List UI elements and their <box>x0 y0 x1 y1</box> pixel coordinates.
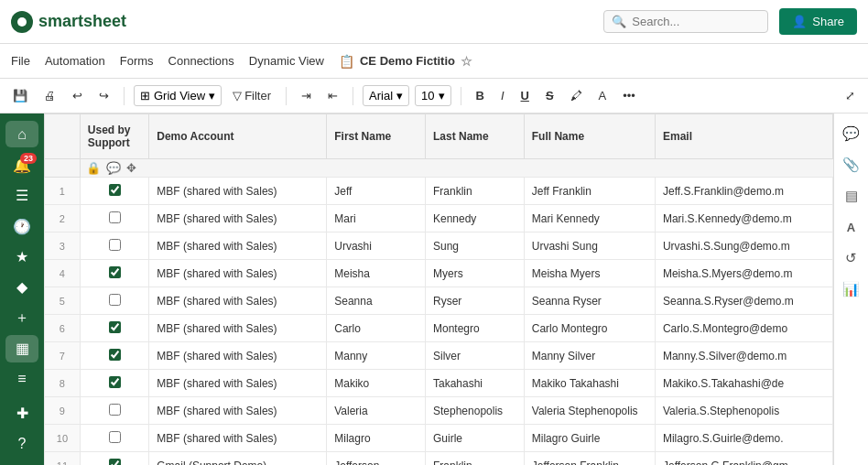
used-by-support-cell[interactable] <box>80 342 148 370</box>
row-number: 8 <box>45 370 81 397</box>
email-cell: Mari.S.Kennedy@demo.m <box>655 205 832 232</box>
indent-btn[interactable]: ⇥ <box>296 85 317 106</box>
sidebar-item-browse[interactable]: ☰ <box>5 182 38 209</box>
sidebar-item-recents[interactable]: 🕐 <box>5 212 38 239</box>
expand-btn[interactable]: ⤢ <box>840 85 861 106</box>
used-by-support-cell[interactable] <box>80 452 148 466</box>
used-by-support-cell[interactable] <box>80 425 148 452</box>
row-number: 2 <box>45 205 81 232</box>
sidebar-item-help[interactable]: ? <box>5 431 38 458</box>
right-sidebar-activity[interactable]: A <box>839 214 864 240</box>
last-name-cell: Stephenopolis <box>426 397 525 425</box>
used-by-support-cell[interactable] <box>80 232 148 260</box>
right-sidebar: 💬 📎 ▤ A ↺ 📊 <box>833 114 868 465</box>
email-cell: Urvashi.S.Sung@demo.m <box>655 232 832 260</box>
share-button[interactable]: 👤 Share <box>779 8 857 35</box>
undo-btn[interactable]: ↩ <box>67 85 88 106</box>
used-by-support-checkbox[interactable] <box>109 431 121 443</box>
email-cell: Seanna.S.Ryser@demo.m <box>655 287 832 315</box>
used-by-support-checkbox[interactable] <box>109 239 121 251</box>
used-by-support-checkbox[interactable] <box>109 321 121 333</box>
text-color-btn[interactable]: A <box>593 85 613 106</box>
full-name-cell: Seanna Ryser <box>524 287 655 315</box>
filter-btn[interactable]: ▽ Filter <box>227 85 277 106</box>
used-by-support-cell[interactable] <box>80 370 148 397</box>
first-name-cell: Manny <box>327 342 426 370</box>
highlight-btn[interactable]: 🖍 <box>565 85 588 106</box>
used-by-support-cell[interactable] <box>80 287 148 315</box>
sidebar-item-favorites[interactable]: ★ <box>5 243 38 270</box>
first-name-cell: Jeff <box>327 178 426 205</box>
right-sidebar-conversations[interactable]: 💬 <box>839 121 864 146</box>
used-by-support-checkbox[interactable] <box>109 266 121 278</box>
table-row: 4 MBF (shared with Sales) Meisha Myers M… <box>45 260 833 287</box>
used-by-support-checkbox[interactable] <box>109 376 121 388</box>
full-name-cell: Mari Kennedy <box>524 205 655 232</box>
menu-automation[interactable]: Automation <box>45 47 105 75</box>
used-by-support-cell[interactable] <box>80 260 148 287</box>
table-body: 1 MBF (shared with Sales) Jeff Franklin … <box>45 178 833 466</box>
redo-btn[interactable]: ↪ <box>93 85 114 106</box>
table-row: 5 MBF (shared with Sales) Seanna Ryser S… <box>45 287 833 315</box>
used-by-support-cell[interactable] <box>80 315 148 342</box>
first-name-cell: Milagro <box>327 425 426 452</box>
grid-view-select[interactable]: ⊞ Grid View ▾ <box>134 85 222 106</box>
email-cell: Carlo.S.Montegro@demo <box>655 315 832 342</box>
last-name-cell: Silver <box>426 342 525 370</box>
right-sidebar-attachments[interactable]: 📎 <box>839 152 864 178</box>
filter-icon: ▽ <box>233 89 242 103</box>
font-select[interactable]: Arial ▾ <box>363 85 409 106</box>
outdent-btn[interactable]: ⇤ <box>322 85 343 106</box>
underline-btn[interactable]: U <box>515 85 535 106</box>
bold-btn[interactable]: B <box>471 85 490 106</box>
table-row: 9 MBF (shared with Sales) Valeria Stephe… <box>45 397 833 425</box>
last-name-cell: Franklin <box>426 452 525 466</box>
favorite-star-icon[interactable]: ☆ <box>461 54 472 69</box>
sheet-title: CE Demo Fictitio <box>360 54 455 68</box>
main-area: ⌂ 🔔 23 ☰ 🕐 ★ ◆ ＋ ▦ ≡ ✚ ? Used by Support <box>0 114 868 465</box>
menu-connections[interactable]: Connections <box>168 47 234 75</box>
sidebar-item-reports[interactable]: ≡ <box>5 366 38 393</box>
used-by-support-checkbox[interactable] <box>109 349 121 361</box>
used-by-support-checkbox[interactable] <box>109 184 121 196</box>
demo-account-cell: MBF (shared with Sales) <box>149 287 327 315</box>
sidebar-item-add-more[interactable]: ✚ <box>5 400 38 427</box>
table-row: 7 MBF (shared with Sales) Manny Silver M… <box>45 342 833 370</box>
used-by-support-cell[interactable] <box>80 205 148 232</box>
row-num-col-header <box>45 114 81 159</box>
grid-view-icon: ⊞ <box>140 89 150 103</box>
right-sidebar-charts[interactable]: 📊 <box>839 276 864 302</box>
used-by-support-checkbox[interactable] <box>109 404 121 416</box>
more-btn[interactable]: ••• <box>617 85 641 106</box>
right-sidebar-history[interactable]: ↺ <box>839 245 864 271</box>
col-header-full-name: Full Name <box>524 114 655 159</box>
sidebar-item-add[interactable]: ＋ <box>5 305 38 331</box>
used-by-support-checkbox[interactable] <box>109 459 121 466</box>
italic-btn[interactable]: I <box>495 85 510 106</box>
sidebar-item-notifications[interactable]: 🔔 23 <box>5 151 38 178</box>
search-box[interactable]: 🔍 <box>603 10 768 33</box>
strikethrough-btn[interactable]: S <box>540 85 559 106</box>
logo-icon <box>11 11 33 33</box>
menu-file[interactable]: File <box>11 47 30 75</box>
used-by-support-cell[interactable] <box>80 178 148 205</box>
row-number: 1 <box>45 178 81 205</box>
table-row: 11 Gmail (Support Demo) Jefferson Frankl… <box>45 452 833 466</box>
search-input[interactable] <box>632 15 760 28</box>
print-btn[interactable]: 🖨 <box>38 85 61 106</box>
sidebar-item-sheets[interactable]: ▦ <box>5 335 38 362</box>
sidebar-item-solutions[interactable]: ◆ <box>5 274 38 300</box>
menu-dynamic-view[interactable]: Dynamic View <box>249 47 324 75</box>
last-name-cell: Kennedy <box>426 205 525 232</box>
sidebar-item-home[interactable]: ⌂ <box>5 121 38 147</box>
used-by-support-checkbox[interactable] <box>109 294 121 306</box>
save-btn[interactable]: 💾 <box>7 85 33 106</box>
move-icon: ✥ <box>126 161 136 175</box>
used-by-support-cell[interactable] <box>80 397 148 425</box>
menu-forms[interactable]: Forms <box>120 47 154 75</box>
font-size-select[interactable]: 10 ▾ <box>415 85 450 106</box>
used-by-support-checkbox[interactable] <box>109 211 121 223</box>
sheet-title-container: 📋 CE Demo Fictitio ☆ <box>339 54 472 69</box>
right-sidebar-automations[interactable]: ▤ <box>839 183 864 209</box>
row-number: 6 <box>45 315 81 342</box>
